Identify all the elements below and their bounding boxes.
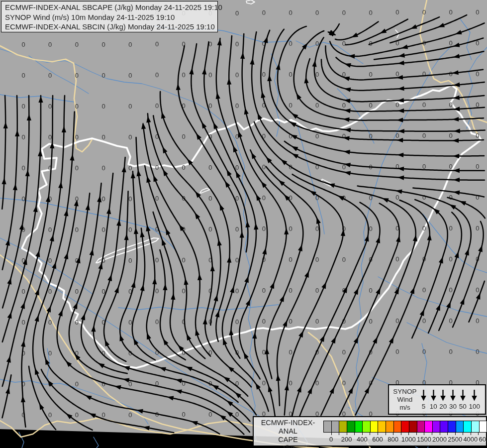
cape-tick bbox=[354, 433, 355, 435]
wind-speed-value: 20 bbox=[439, 403, 447, 410]
wind-speed-column: 30 bbox=[449, 389, 457, 410]
cape-tick bbox=[408, 433, 409, 435]
wind-speed-value: 10 bbox=[430, 403, 437, 410]
wind-speed-column: 10 bbox=[430, 389, 437, 410]
wind-speed-column: 100 bbox=[469, 389, 480, 410]
cape-tick-label: 1000 bbox=[401, 436, 416, 443]
cape-color-cell bbox=[463, 421, 471, 432]
cape-color-cell bbox=[347, 421, 355, 432]
wind-legend-scale: 510203050100 bbox=[418, 389, 482, 410]
down-arrow-icon bbox=[430, 389, 437, 401]
title-line-wind: SYNOP Wind (m/s) 10m Monday 24-11-2025 1… bbox=[5, 12, 214, 22]
cape-colorbar bbox=[323, 421, 487, 433]
cape-tick bbox=[378, 433, 378, 435]
cape-color-cell bbox=[448, 421, 456, 432]
cape-color-cell bbox=[456, 421, 464, 432]
cape-color-cell bbox=[479, 421, 487, 432]
cape-color-cell bbox=[417, 421, 425, 432]
cape-tick bbox=[455, 433, 456, 435]
cape-color-cell bbox=[362, 421, 370, 432]
cape-tick-label: 2000 bbox=[432, 436, 447, 443]
down-arrow-icon bbox=[420, 389, 427, 401]
cape-color-cell bbox=[339, 421, 347, 432]
wind-legend-labels: SYNOP Wind m/s bbox=[392, 388, 418, 412]
cape-tick bbox=[432, 433, 432, 435]
title-line-sbcin: ECMWF-INDEX-ANAL SBCIN (J/kg) Monday 24-… bbox=[5, 22, 214, 32]
weather-map-page: ECMWF-INDEX-ANAL SBCAPE (J/kg) Monday 24… bbox=[0, 0, 487, 448]
cape-tick bbox=[416, 433, 417, 435]
cape-color-cell bbox=[401, 421, 409, 432]
wind-legend: SYNOP Wind m/s 510203050100 bbox=[388, 384, 486, 415]
cape-tick bbox=[347, 433, 347, 435]
cape-color-cell bbox=[378, 421, 386, 432]
cape-color-cell bbox=[331, 421, 339, 432]
cape-colorbar-ticks: 0200400600800100015002000250040006000 bbox=[323, 433, 487, 445]
cape-tick bbox=[424, 433, 424, 435]
cape-color-cell bbox=[424, 421, 432, 432]
cape-tick bbox=[478, 433, 479, 435]
wind-speed-value: 30 bbox=[449, 403, 457, 410]
cape-tick-label: 200 bbox=[341, 436, 352, 443]
cape-color-cell bbox=[409, 421, 417, 432]
cape-color-cell bbox=[432, 421, 440, 432]
wind-speed-column: 5 bbox=[420, 389, 427, 410]
cape-color-cell bbox=[393, 421, 401, 432]
cape-tick bbox=[463, 433, 463, 435]
wind-legend-parameter: Wind bbox=[392, 396, 418, 404]
cape-legend-parameter: CAPE bbox=[254, 436, 322, 444]
wind-legend-units: m/s bbox=[392, 404, 418, 412]
cape-tick bbox=[471, 433, 471, 435]
cape-tick bbox=[440, 433, 440, 435]
wind-speed-value: 100 bbox=[469, 403, 480, 410]
cape-legend-units: J/kg bbox=[254, 444, 322, 448]
cape-tick bbox=[362, 433, 363, 435]
cape-legend: ECMWF-INDEX-ANAL CAPE J/kg 0200400600800… bbox=[253, 416, 487, 447]
down-arrow-icon bbox=[449, 389, 457, 401]
wind-speed-column: 20 bbox=[439, 389, 447, 410]
cape-tick-label: 800 bbox=[388, 436, 398, 443]
cape-tick bbox=[393, 433, 393, 435]
cape-color-cell bbox=[324, 421, 331, 432]
wind-speed-column: 50 bbox=[459, 389, 467, 410]
cape-color-cell bbox=[370, 421, 378, 432]
cape-legend-labels: ECMWF-INDEX-ANAL CAPE J/kg bbox=[254, 419, 322, 448]
wind-speed-value: 5 bbox=[422, 403, 426, 410]
wind-legend-product: SYNOP bbox=[392, 388, 418, 396]
title-box: ECMWF-INDEX-ANAL SBCAPE (J/kg) Monday 24… bbox=[1, 1, 218, 32]
cape-color-cell bbox=[471, 421, 479, 432]
cape-tick-label: 0 bbox=[329, 436, 333, 443]
cape-tick bbox=[401, 433, 401, 435]
cape-tick-label: 600 bbox=[372, 436, 383, 443]
cape-tick bbox=[339, 433, 339, 435]
cape-tick bbox=[386, 433, 386, 435]
cape-legend-product: ECMWF-INDEX-ANAL bbox=[254, 419, 322, 436]
cape-tick-label: 2500 bbox=[448, 436, 462, 443]
wind-speed-value: 50 bbox=[459, 403, 467, 410]
down-arrow-icon bbox=[439, 389, 447, 401]
title-line-sbcape: ECMWF-INDEX-ANAL SBCAPE (J/kg) Monday 24… bbox=[5, 2, 214, 12]
cape-tick bbox=[331, 433, 332, 435]
cape-color-cell bbox=[440, 421, 448, 432]
down-arrow-icon bbox=[471, 389, 478, 401]
down-arrow-icon bbox=[459, 389, 467, 401]
cape-tick bbox=[486, 433, 487, 435]
cape-color-cell bbox=[386, 421, 393, 432]
cape-tick bbox=[370, 433, 370, 435]
cape-color-cell bbox=[355, 421, 363, 432]
cape-tick-label: 4000 bbox=[463, 436, 478, 443]
cape-tick-label: 400 bbox=[357, 436, 368, 443]
cape-tick-label: 1500 bbox=[417, 436, 431, 443]
cape-tick bbox=[447, 433, 448, 435]
cape-tick-label: 6000 bbox=[479, 436, 487, 443]
map-canvas bbox=[0, 0, 487, 448]
